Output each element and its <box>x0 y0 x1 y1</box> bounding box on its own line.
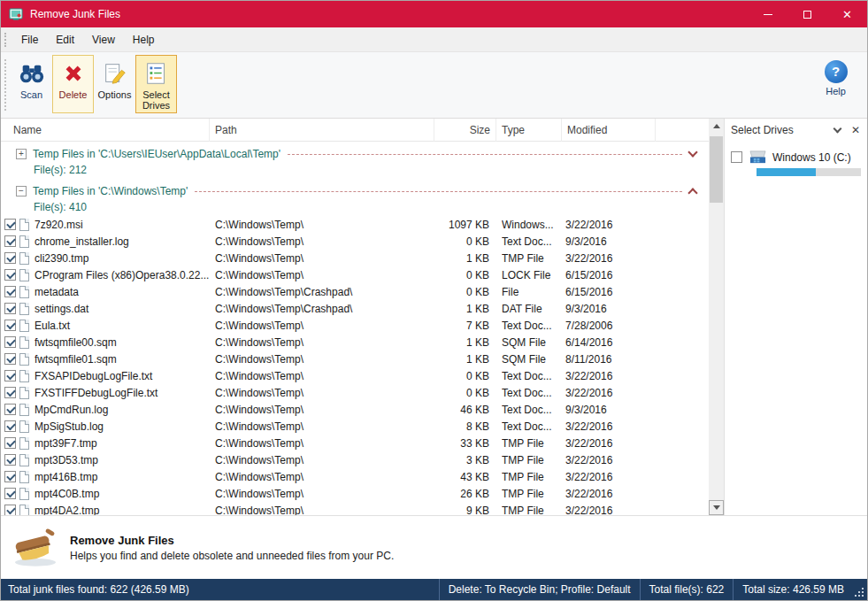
file-path: C:\Windows\Temp\ <box>215 250 433 266</box>
scroll-up-button[interactable] <box>709 119 724 134</box>
table-row[interactable]: Eula.txt C:\Windows\Temp\ 7 KB Text Doc.… <box>1 317 709 334</box>
panel-close-icon[interactable]: ✕ <box>851 125 860 135</box>
resize-grip[interactable] <box>853 579 867 600</box>
drives-panel-header: Select Drives ✕ <box>725 119 867 142</box>
vertical-scrollbar[interactable] <box>709 119 724 515</box>
close-button[interactable]: ✕ <box>827 1 867 27</box>
file-size: 0 KB <box>434 266 489 283</box>
file-path: C:\Windows\Temp\ <box>215 216 433 233</box>
row-checkbox[interactable] <box>4 471 16 482</box>
file-path: C:\Windows\Temp\ <box>215 351 433 367</box>
question-glyph: ? <box>832 66 840 77</box>
table-row[interactable]: mpt4C0B.tmp C:\Windows\Temp\ 26 KB TMP F… <box>1 485 709 502</box>
maximize-button[interactable] <box>787 1 827 27</box>
status-total-files: Total file(s): 622 <box>640 579 734 600</box>
chevron-down-icon[interactable] <box>687 147 697 157</box>
file-name: settings.dat <box>35 300 210 317</box>
file-type: Text Doc... <box>502 317 560 334</box>
column-header-size[interactable]: Size <box>434 119 496 142</box>
scan-button[interactable]: Scan <box>11 55 52 113</box>
column-header-row: Name Path Size Type Modified <box>1 119 709 142</box>
table-row[interactable]: MpSigStub.log C:\Windows\Temp\ 8 KB Text… <box>1 418 709 435</box>
table-row[interactable]: 7z920.msi C:\Windows\Temp\ 1097 KB Windo… <box>1 216 709 233</box>
drive-icon <box>748 149 768 166</box>
file-type: Text Doc... <box>502 401 560 418</box>
row-checkbox[interactable] <box>4 387 16 398</box>
row-checkbox[interactable] <box>4 454 16 466</box>
file-icon <box>19 420 29 433</box>
titlebar: Remove Junk Files ✕ <box>1 1 867 27</box>
collapse-minus-icon[interactable]: − <box>16 186 27 196</box>
file-group-collapsed: + Temp Files in 'C:\Users\IEUser\AppData… <box>1 142 709 179</box>
row-checkbox[interactable] <box>4 336 16 348</box>
row-checkbox[interactable] <box>4 286 16 297</box>
status-total-found: Total junk files found: 622 (426.59 MB) <box>1 583 189 596</box>
row-checkbox[interactable] <box>4 320 16 331</box>
chevron-up-icon[interactable] <box>687 188 697 197</box>
column-header-path[interactable]: Path <box>210 119 434 142</box>
menubar: File Edit View Help <box>1 27 867 52</box>
file-name: mpt4C0B.tmp <box>35 485 210 502</box>
table-row[interactable]: CProgram Files (x86)Opera38.0.22... C:\W… <box>1 266 709 283</box>
row-checkbox[interactable] <box>4 370 16 381</box>
row-checkbox[interactable] <box>4 219 16 230</box>
table-row[interactable]: settings.dat C:\Windows\Temp\Crashpad\ 1… <box>1 300 709 317</box>
drive-item[interactable]: Windows 10 (C:) <box>725 142 867 176</box>
table-row[interactable]: metadata C:\Windows\Temp\Crashpad\ 0 KB … <box>1 283 709 300</box>
file-modified: 3/22/2016 <box>565 216 654 233</box>
file-modified: 3/22/2016 <box>565 367 654 384</box>
group-file-count: File(s): 410 <box>34 201 709 213</box>
table-row[interactable]: FXSAPIDebugLogFile.txt C:\Windows\Temp\ … <box>1 367 709 384</box>
column-header-type[interactable]: Type <box>496 119 562 142</box>
row-checkbox[interactable] <box>4 269 16 281</box>
row-checkbox[interactable] <box>4 353 16 365</box>
delete-button[interactable]: Delete <box>52 55 94 113</box>
menu-edit[interactable]: Edit <box>47 27 83 51</box>
expand-plus-icon[interactable]: + <box>16 149 27 159</box>
options-button[interactable]: Options <box>94 55 135 113</box>
file-icon <box>19 252 29 265</box>
column-header-modified[interactable]: Modified <box>562 119 656 142</box>
file-icon <box>19 353 29 366</box>
file-size: 0 KB <box>434 384 489 401</box>
cleaning-brush-icon <box>13 528 58 568</box>
row-checkbox[interactable] <box>4 437 16 449</box>
file-name: cli2390.tmp <box>35 250 210 266</box>
menu-file[interactable]: File <box>12 27 47 51</box>
table-row[interactable]: MpCmdRun.log C:\Windows\Temp\ 46 KB Text… <box>1 401 709 418</box>
scroll-down-button[interactable] <box>709 500 724 515</box>
table-row[interactable]: mpt416B.tmp C:\Windows\Temp\ 43 KB TMP F… <box>1 468 709 485</box>
row-checkbox[interactable] <box>4 505 16 515</box>
table-row[interactable]: mpt4DA2.tmp C:\Windows\Temp\ 9 KB TMP Fi… <box>1 502 709 515</box>
minimize-button[interactable] <box>748 1 787 27</box>
menu-help[interactable]: Help <box>124 27 164 51</box>
select-drives-button[interactable]: Select Drives <box>135 55 177 113</box>
table-row[interactable]: cli2390.tmp C:\Windows\Temp\ 1 KB TMP Fi… <box>1 250 709 266</box>
table-row[interactable]: chrome_installer.log C:\Windows\Temp\ 0 … <box>1 233 709 250</box>
row-checkbox[interactable] <box>4 303 16 314</box>
file-type: DAT File <box>502 300 560 317</box>
row-checkbox[interactable] <box>4 488 16 499</box>
file-path: C:\Windows\Temp\ <box>215 468 433 485</box>
row-checkbox[interactable] <box>4 404 16 415</box>
menubar-grip <box>4 33 8 47</box>
drive-checkbox[interactable] <box>731 151 742 163</box>
row-checkbox[interactable] <box>4 235 16 247</box>
column-header-name[interactable]: Name <box>1 119 210 142</box>
row-checkbox[interactable] <box>4 420 16 432</box>
table-row[interactable]: fwtsqmfile01.sqm C:\Windows\Temp\ 1 KB S… <box>1 351 709 367</box>
scrollbar-thumb[interactable] <box>710 136 723 203</box>
table-row[interactable]: FXSTIFFDebugLogFile.txt C:\Windows\Temp\… <box>1 384 709 401</box>
menu-view[interactable]: View <box>83 27 124 51</box>
file-size: 33 KB <box>434 435 489 451</box>
file-icon <box>19 505 29 516</box>
rows-area: + Temp Files in 'C:\Users\IEUser\AppData… <box>1 142 709 515</box>
table-row[interactable]: mpt39F7.tmp C:\Windows\Temp\ 33 KB TMP F… <box>1 435 709 451</box>
table-row[interactable]: mpt3D53.tmp C:\Windows\Temp\ 3 KB TMP Fi… <box>1 451 709 468</box>
help-button[interactable]: ? Help <box>815 55 856 113</box>
drive-usage-fill <box>757 168 816 176</box>
select-drives-label: Select Drives <box>138 89 174 111</box>
chevron-down-icon[interactable] <box>833 125 841 134</box>
table-row[interactable]: fwtsqmfile00.sqm C:\Windows\Temp\ 1 KB S… <box>1 334 709 351</box>
row-checkbox[interactable] <box>4 252 16 264</box>
